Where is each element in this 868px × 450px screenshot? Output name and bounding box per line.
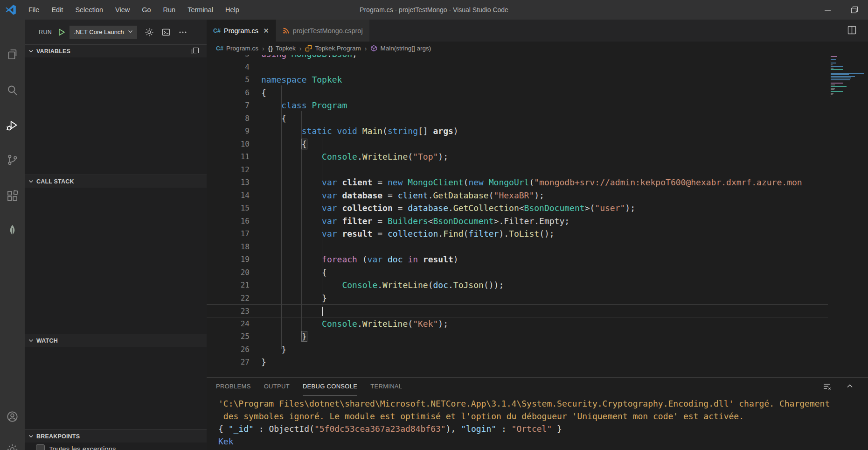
debug-console-output[interactable]: 'C:\Program Files\dotnet\shared\Microsof…	[218, 397, 868, 450]
menu-item-file[interactable]: File	[22, 0, 45, 20]
configure-gear-button[interactable]	[145, 28, 154, 37]
code-line[interactable]: 10 {	[207, 138, 830, 151]
code-line[interactable]: 20 {	[207, 266, 830, 279]
code-line[interactable]: 23	[207, 304, 830, 317]
line-number[interactable]: 9	[207, 125, 250, 138]
activity-item-account[interactable]	[0, 405, 25, 428]
line-number[interactable]: 7	[207, 99, 250, 112]
line-number[interactable]: 17	[207, 227, 250, 240]
more-actions-button[interactable]	[178, 28, 187, 37]
panel-tab-terminal[interactable]: TERMINAL	[370, 378, 402, 395]
line-number[interactable]: 8	[207, 112, 250, 125]
line-number[interactable]: 18	[207, 240, 250, 253]
line-number[interactable]: 12	[207, 163, 250, 176]
breadcrumb-file[interactable]: C# Program.cs	[216, 45, 258, 52]
open-debug-console-button[interactable]	[161, 28, 171, 37]
all-exceptions-checkbox[interactable]	[36, 444, 45, 450]
line-number[interactable]: 21	[207, 279, 250, 292]
menu-item-selection[interactable]: Selection	[69, 0, 109, 20]
activity-item-run-debug[interactable]	[0, 113, 25, 137]
line-number[interactable]: 6	[207, 86, 250, 99]
activity-item-settings[interactable]	[0, 437, 25, 450]
breakpoints-section-header[interactable]: BREAKPOINTS	[25, 429, 207, 443]
menu-item-help[interactable]: Help	[219, 0, 245, 20]
code-line[interactable]: 6{	[207, 86, 830, 99]
call-stack-section-body	[25, 188, 207, 334]
code-line[interactable]: 14 var database = client.GetDatabase("He…	[207, 189, 830, 202]
line-number[interactable]: 10	[207, 138, 250, 151]
line-number[interactable]: 27	[207, 356, 250, 369]
maximize-panel-button[interactable]	[846, 382, 854, 392]
minimize-button[interactable]	[814, 0, 841, 20]
activity-item-mongodb[interactable]	[0, 218, 25, 241]
line-number[interactable]: 26	[207, 343, 250, 356]
line-number[interactable]: 20	[207, 266, 250, 279]
menu-item-go[interactable]: Go	[136, 0, 157, 20]
code-line[interactable]: 19 foreach (var doc in result)	[207, 253, 830, 266]
line-number[interactable]: 11	[207, 150, 250, 163]
activity-item-extensions[interactable]	[0, 184, 25, 207]
launch-config-dropdown[interactable]: .NET Core Launch	[69, 26, 137, 39]
line-number[interactable]: 22	[207, 292, 250, 305]
tab-program-cs[interactable]: C# Program.cs ✕	[207, 20, 276, 42]
variables-section-header[interactable]: VARIABLES	[25, 44, 207, 57]
code-line[interactable]: 16 var filter = Builders<BsonDocument>.F…	[207, 215, 830, 228]
line-number[interactable]: 14	[207, 189, 250, 202]
menu-item-edit[interactable]: Edit	[45, 0, 69, 20]
split-editor-button[interactable]	[847, 25, 857, 37]
code-line[interactable]: 18	[207, 240, 830, 253]
breakpoints-section-body: Toutes les exceptions	[25, 443, 207, 450]
collapse-all-button[interactable]	[191, 47, 199, 56]
panel-tab-problems[interactable]: PROBLEMS	[216, 378, 251, 395]
code-line[interactable]: 17 var result = collection.Find(filter).…	[207, 227, 830, 240]
code-line[interactable]: 4	[207, 61, 830, 74]
start-debug-button[interactable]	[56, 27, 67, 37]
code-line[interactable]: 21 Console.WriteLine(doc.ToJson());	[207, 279, 830, 292]
code-line[interactable]: 26 }	[207, 343, 830, 356]
breadcrumb-method[interactable]: Main(string[] args)	[361, 45, 431, 52]
activity-item-explorer[interactable]	[0, 42, 25, 66]
menu-item-view[interactable]: View	[109, 0, 136, 20]
line-number[interactable]: 3	[207, 55, 250, 61]
line-number[interactable]: 4	[207, 61, 250, 74]
line-number[interactable]: 23	[207, 305, 250, 317]
panel-tab-debug-console[interactable]: DEBUG CONSOLE	[303, 378, 357, 395]
code-line[interactable]: 7 class Program	[207, 99, 830, 112]
code-line[interactable]: 15 var collection = database.GetCollecti…	[207, 202, 830, 215]
menu-item-terminal[interactable]: Terminal	[181, 0, 219, 20]
activity-item-source-control[interactable]	[0, 148, 25, 171]
line-number[interactable]: 24	[207, 317, 250, 330]
minimap[interactable]	[828, 55, 868, 377]
tab-projettestmongo-csproj[interactable]: projetTestMongo.csproj	[276, 20, 370, 42]
line-number[interactable]: 13	[207, 176, 250, 189]
breadcrumb-namespace[interactable]: { } Topkek	[258, 45, 296, 52]
activity-item-search[interactable]	[0, 78, 25, 102]
code-line[interactable]: 9 static void Main(string[] args)	[207, 125, 830, 138]
explorer-icon	[6, 48, 19, 61]
line-number[interactable]: 16	[207, 215, 250, 228]
breadcrumb-class[interactable]: Topkek.Program	[296, 45, 361, 52]
code-line[interactable]: 24 Console.WriteLine("Kek");	[207, 317, 830, 330]
code-line[interactable]: 13 var client = new MongoClient(new Mong…	[207, 176, 830, 189]
restore-button[interactable]	[841, 0, 868, 20]
code-line[interactable]: 5namespace Topkek	[207, 73, 830, 86]
tab-close-button[interactable]: ✕	[263, 27, 269, 35]
line-number[interactable]: 19	[207, 253, 250, 266]
line-number[interactable]: 25	[207, 330, 250, 343]
line-number[interactable]: 5	[207, 73, 250, 86]
code-editor[interactable]: 3using MongoDB.Bson;45namespace Topkek6{…	[207, 55, 830, 377]
watch-section-header[interactable]: WATCH	[25, 334, 207, 347]
code-line[interactable]: 25 }	[207, 330, 830, 343]
code-line[interactable]: 3using MongoDB.Bson;	[207, 55, 830, 61]
code-line[interactable]: 11 Console.WriteLine("Top");	[207, 150, 830, 163]
panel-tab-output[interactable]: OUTPUT	[264, 378, 290, 395]
code-line[interactable]: 12	[207, 163, 830, 176]
code-line[interactable]: 22 }	[207, 292, 830, 305]
breadcrumb-label: Topkek	[276, 45, 296, 52]
code-line[interactable]: 8 {	[207, 112, 830, 125]
code-line[interactable]: 27}	[207, 356, 830, 369]
line-number[interactable]: 15	[207, 202, 250, 215]
clear-console-button[interactable]	[822, 382, 832, 393]
call-stack-section-header[interactable]: CALL STACK	[25, 175, 207, 188]
menu-item-run[interactable]: Run	[157, 0, 182, 20]
